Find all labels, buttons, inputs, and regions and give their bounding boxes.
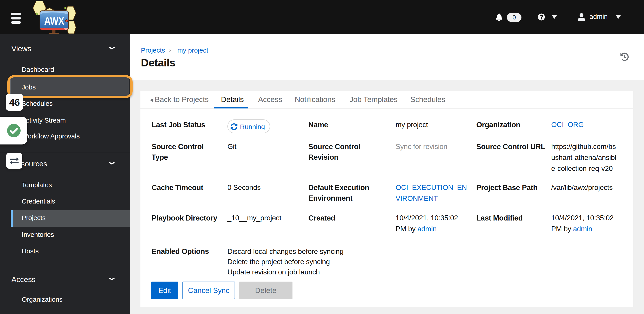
svg-text:AWX: AWX <box>44 15 64 27</box>
